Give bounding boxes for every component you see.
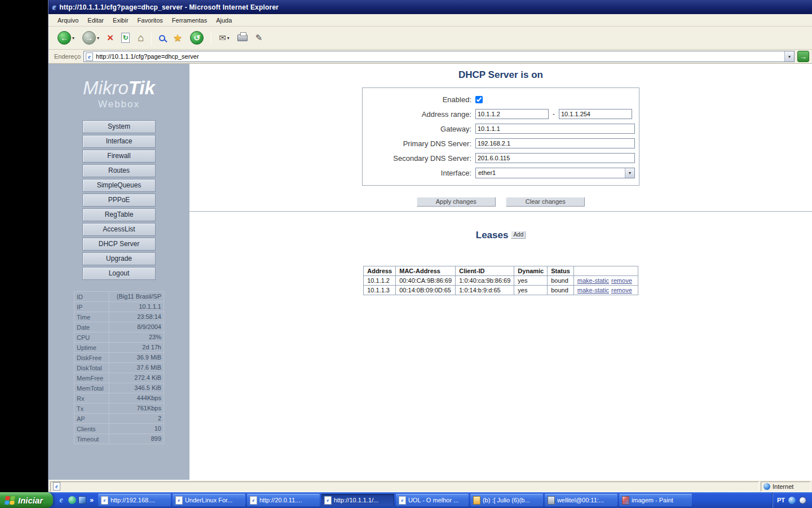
sidebar-item-accesslist[interactable]: AccessList: [82, 223, 156, 236]
sidebar-item-logout[interactable]: Logout: [82, 267, 156, 280]
sidebar-item-system[interactable]: System: [82, 120, 156, 133]
start-button[interactable]: Iniciar: [0, 492, 53, 508]
menu-item-ferramentas[interactable]: Ferramentas: [167, 15, 211, 25]
mikrotik-logo: MikroTik: [48, 78, 189, 98]
edit-button[interactable]: ✎: [253, 32, 265, 44]
forward-button[interactable]: → ▾: [80, 30, 102, 46]
history-button[interactable]: ↺: [188, 30, 206, 46]
add-lease-button[interactable]: Add: [511, 231, 526, 239]
make-static-link[interactable]: make-static: [577, 287, 609, 294]
titlebar[interactable]: e http://10.1.1.1/cfg?page=dhcp_server -…: [48, 0, 812, 14]
enabled-label: Enabled:: [363, 95, 475, 104]
stop-icon: ×: [107, 32, 113, 43]
gateway-input[interactable]: [475, 124, 635, 134]
quicklaunch-messenger-icon[interactable]: [68, 496, 76, 504]
enabled-checkbox[interactable]: [475, 96, 483, 103]
leases-header-row: Address MAC-Address Client-ID Dynamic St…: [364, 266, 638, 276]
quick-launch-bar: e »: [53, 496, 98, 505]
range-separator: -: [553, 110, 555, 118]
taskbar-task-underlinux[interactable]: e UnderLinux For...: [173, 494, 245, 506]
interface-label: Interface:: [363, 169, 475, 177]
menu-item-ajuda[interactable]: Ajuda: [211, 15, 236, 25]
back-icon: ←: [58, 31, 71, 45]
col-actions: [573, 266, 638, 276]
address-range-start-input[interactable]: [475, 109, 549, 119]
secondary-dns-input[interactable]: [475, 153, 635, 163]
lease-row: 10.1.1.3 00:14:0B:09:0D:65 1:0:14:b:9:d:…: [364, 286, 638, 295]
stat-row: ID(Big11 Brasil/SP: [74, 292, 164, 302]
search-button[interactable]: [157, 34, 167, 42]
menu-item-exibir[interactable]: Exibir: [108, 15, 133, 25]
interface-select[interactable]: ether1 ▾: [475, 168, 635, 178]
section-divider: [189, 211, 812, 212]
home-button[interactable]: ⌂: [135, 31, 146, 45]
page-content: MikroTik Webbox System Interface Firewal…: [48, 64, 812, 480]
favorites-button[interactable]: ★: [171, 30, 184, 45]
printer-icon: [237, 34, 248, 41]
sidebar-item-firewall[interactable]: Firewall: [82, 150, 156, 163]
apply-changes-button[interactable]: Apply changes: [417, 197, 496, 207]
mail-button[interactable]: ✉ ▾: [217, 32, 232, 44]
stop-button[interactable]: ×: [105, 31, 116, 45]
addressbar: Endereço e http://10.1.1.1/cfg?page=dhcp…: [48, 50, 812, 64]
menu-item-arquivo[interactable]: Arquivo: [53, 15, 83, 25]
menu-item-favoritos[interactable]: Favoritos: [133, 15, 167, 25]
address-input[interactable]: e http://10.1.1.1/cfg?page=dhcp_server ▾: [83, 51, 795, 62]
sidebar-item-upgrade[interactable]: Upgrade: [82, 252, 156, 265]
windows-logo-icon: [5, 496, 15, 505]
clear-changes-button[interactable]: Clear changes: [506, 197, 585, 207]
sidebar-item-dhcp-server[interactable]: DHCP Server: [82, 238, 156, 251]
taskbar-task-julio-chat[interactable]: (b) :[ Julio (6)(b...: [470, 494, 543, 506]
tray-clock-icon[interactable]: [799, 497, 806, 504]
go-button[interactable]: →: [797, 51, 809, 62]
ie-page-icon: e: [101, 496, 108, 505]
taskbar-task-10-1-1-1[interactable]: e http://10.1.1.1/...: [321, 494, 394, 506]
sidebar: MikroTik Webbox System Interface Firewal…: [48, 64, 189, 480]
internet-zone-icon: [764, 483, 770, 490]
sidebar-item-simplequeues[interactable]: SimpleQueues: [82, 179, 156, 192]
refresh-button[interactable]: ↻: [119, 32, 132, 44]
quicklaunch-show-desktop-icon[interactable]: [78, 496, 86, 504]
taskbar-task-paint[interactable]: imagem - Paint: [619, 494, 692, 506]
stat-row: DiskFree36.9 MiB: [74, 353, 164, 363]
start-button-label: Iniciar: [18, 496, 43, 505]
tray-network-icon[interactable]: [788, 497, 796, 504]
browser-window: e http://10.1.1.1/cfg?page=dhcp_server -…: [48, 0, 812, 492]
sidebar-item-interface[interactable]: Interface: [82, 135, 156, 148]
taskbar-task-wellitel[interactable]: wellitel@00:11:...: [545, 494, 617, 506]
sidebar-item-pppoe[interactable]: PPPoE: [82, 194, 156, 207]
paint-icon: [622, 496, 629, 505]
stat-row: AP2: [74, 414, 164, 424]
back-button[interactable]: ← ▾: [55, 30, 77, 46]
sidebar-item-regtable[interactable]: RegTable: [82, 208, 156, 221]
address-dropdown-button[interactable]: ▾: [784, 51, 794, 62]
primary-dns-label: Primary DNS Server:: [363, 139, 475, 148]
sidebar-nav: System Interface Firewall Routes SimpleQ…: [48, 120, 189, 280]
address-range-end-input[interactable]: [559, 109, 632, 119]
menubar: Arquivo Editar Exibir Favoritos Ferramen…: [48, 14, 812, 27]
leases-table: Address MAC-Address Client-ID Dynamic St…: [363, 266, 638, 295]
sidebar-item-routes[interactable]: Routes: [82, 164, 156, 177]
remove-link[interactable]: remove: [611, 277, 632, 284]
remove-link[interactable]: remove: [611, 287, 632, 294]
edit-pencil-icon: ✎: [255, 33, 263, 43]
print-button[interactable]: [235, 33, 250, 42]
internet-zone-label: Internet: [773, 483, 793, 490]
chevron-down-icon[interactable]: ▾: [625, 168, 634, 178]
ie-page-icon: e: [86, 52, 93, 61]
ie-logo-icon: e: [52, 3, 56, 12]
statusbar-zone-panel: Internet: [761, 481, 810, 492]
make-static-link[interactable]: make-static: [577, 277, 609, 284]
logo-text-bold: Tik: [129, 77, 155, 98]
chevron-down-icon: ▾: [97, 36, 99, 41]
menu-item-editar[interactable]: Editar: [83, 15, 108, 25]
stat-row: Tx761Kbps: [74, 404, 164, 414]
quicklaunch-overflow-chevron[interactable]: »: [89, 496, 95, 504]
language-indicator[interactable]: PT: [777, 497, 785, 503]
primary-dns-input[interactable]: [475, 138, 635, 148]
col-status: Status: [548, 266, 574, 276]
taskbar-task-uol[interactable]: e UOL - O melhor ...: [396, 494, 469, 506]
taskbar-task-20-0-11[interactable]: e http://20.0.11....: [247, 494, 320, 506]
quicklaunch-ie-icon[interactable]: e: [56, 496, 66, 505]
taskbar-task-192-168[interactable]: e http://192.168....: [98, 494, 171, 506]
